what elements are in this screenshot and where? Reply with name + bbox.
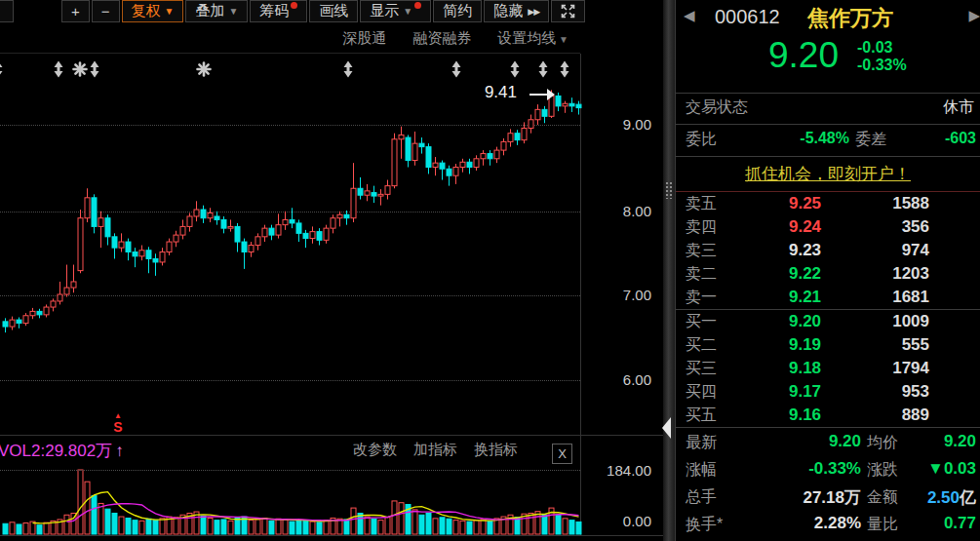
order-volume: 1203 — [832, 264, 929, 284]
stat-value: -0.33% — [729, 459, 861, 479]
order-volume: 555 — [832, 335, 929, 355]
change-value: -0.03 — [857, 39, 907, 57]
order-book-row[interactable]: 买一9.201009 — [676, 310, 980, 333]
volume-up-arrow: ↑ — [115, 442, 124, 460]
weibi-value: -5.48% — [732, 130, 849, 147]
order-volume: 1794 — [832, 359, 929, 378]
order-book-row[interactable]: 卖二9.221203 — [676, 262, 980, 286]
stat-value: 27.18万 — [729, 486, 861, 509]
stat-value: 2.50亿 — [892, 486, 976, 509]
order-level-label: 买二 — [686, 335, 717, 356]
volume-gridline — [0, 470, 580, 471]
stat-label: 总手 — [686, 487, 717, 508]
order-volume: 1681 — [832, 288, 929, 307]
panel-splitter[interactable] — [663, 0, 675, 541]
splitter-grip[interactable] — [665, 181, 674, 199]
vol-link-switch-indicator[interactable]: 换指标 — [474, 441, 518, 459]
order-book-row[interactable]: 买四9.17953 — [676, 380, 980, 404]
order-book-row[interactable]: 买五9.16889 — [676, 404, 980, 427]
order-book-row[interactable]: 卖四9.24356 — [676, 215, 980, 239]
order-level-label: 卖三 — [686, 241, 717, 261]
order-volume: 889 — [832, 406, 929, 425]
stat-value: 0.77 — [892, 514, 976, 533]
collapse-arrow-icon[interactable] — [662, 417, 671, 439]
ad-banner: 抓住机会，即刻开户！ — [676, 156, 980, 192]
volume-close-button[interactable]: X — [552, 444, 572, 464]
weibi-label: 委比 — [686, 130, 717, 150]
stats-row: 涨幅-0.33%涨跌▼0.03 — [676, 455, 980, 483]
order-level-label: 买四 — [686, 382, 717, 403]
order-level-label: 卖一 — [686, 288, 717, 308]
annotation-arrow-head — [547, 89, 555, 100]
volume-axis-label: 184.00 — [583, 462, 651, 479]
stat-value: 9.20 — [729, 432, 861, 451]
order-volume: 356 — [832, 217, 929, 237]
order-book: 卖五9.251588卖四9.24356卖三9.23974卖二9.221203卖一… — [676, 192, 980, 427]
order-book-row[interactable]: 买三9.181794 — [676, 357, 980, 380]
status-value: 休市 — [943, 97, 974, 118]
order-book-row[interactable]: 卖五9.251588 — [676, 192, 980, 215]
price-annotation: 9.41 — [456, 83, 517, 102]
order-level-label: 买三 — [686, 359, 717, 379]
sell-signal-marker: ▲ S — [107, 412, 129, 434]
stock-app-window: +−复权▼叠加▼筹码画线显示▼简约隐藏▶▶ 深股通融资融券设置均线 ▼ 9.00… — [0, 0, 980, 541]
order-book-row[interactable]: 卖三9.23974 — [676, 239, 980, 262]
order-volume: 1009 — [832, 312, 929, 331]
order-volume: 974 — [832, 241, 929, 260]
order-volume: 953 — [832, 382, 929, 402]
vol-link-add-indicator[interactable]: 加指标 — [413, 441, 457, 459]
next-stock-arrow-icon[interactable]: ▶ — [968, 7, 980, 24]
stat-value: 2.28% — [729, 514, 861, 533]
stats-row: 最新9.20均价9.20 — [676, 428, 980, 455]
order-level-label: 卖四 — [686, 217, 717, 238]
price-change: -0.03 -0.33% — [857, 39, 907, 74]
order-level-label: 卖二 — [686, 264, 717, 285]
stat-value: ▼0.03 — [892, 459, 976, 479]
change-percent: -0.33% — [857, 57, 907, 74]
order-level-label: 买一 — [686, 312, 717, 332]
open-account-ad-link[interactable]: 抓住机会，即刻开户！ — [745, 163, 911, 185]
weicha-value: -603 — [945, 130, 976, 147]
volume-links: 改参数加指标换指标 — [353, 441, 518, 459]
vol-link-params[interactable]: 改参数 — [353, 441, 397, 459]
prev-stock-arrow-icon[interactable]: ◀ — [684, 7, 695, 24]
status-label: 交易状态 — [686, 97, 748, 118]
stat-label: 涨幅 — [686, 460, 717, 481]
weicha-label: 委差 — [855, 130, 886, 150]
order-volume: 1588 — [832, 194, 929, 213]
quote-panel: ◀ 000612 焦作万方 ▶ 9.20 -0.03 -0.33% 交易状态 休… — [675, 0, 980, 541]
stats-row: 换手*2.28%量比0.77 — [676, 510, 980, 537]
volume-axis-label: 0.00 — [583, 513, 651, 529]
order-book-row[interactable]: 买二9.19555 — [676, 333, 980, 357]
order-level-label: 卖五 — [686, 194, 717, 214]
order-book-row[interactable]: 卖一9.211681 — [676, 286, 980, 309]
stock-name: 焦作万方 — [807, 4, 893, 33]
stats-row: 总手27.18万金额2.50亿 — [676, 483, 980, 510]
stat-label: 换手* — [686, 515, 723, 535]
last-price: 9.20 — [768, 35, 839, 76]
annotation-arrow — [529, 94, 549, 96]
stat-value: 9.20 — [892, 432, 976, 451]
volume-indicator-label[interactable]: VOL2:29.802万↑ — [0, 440, 124, 462]
order-level-label: 买五 — [686, 406, 717, 426]
stock-code: 000612 — [715, 6, 780, 28]
stats-row: 最高9.24最低9.16 — [676, 537, 980, 541]
stats-grid: 最新9.20均价9.20涨幅-0.33%涨跌▼0.03总手27.18万金额2.5… — [676, 427, 980, 541]
stat-label: 最新 — [686, 433, 717, 453]
